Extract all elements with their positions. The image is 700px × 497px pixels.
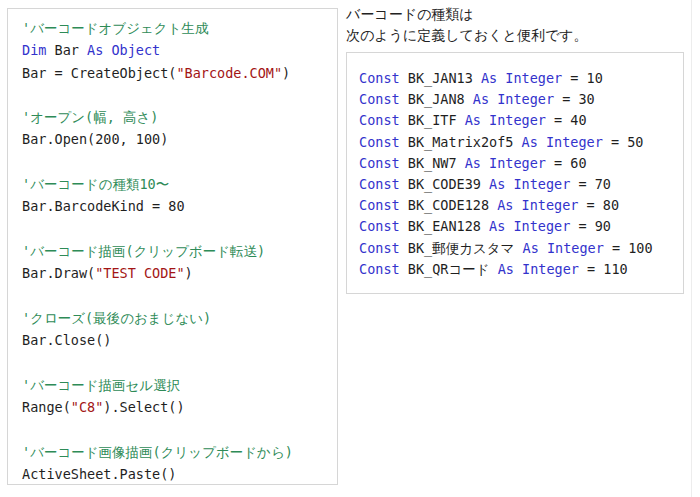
code-segment-code: Bar.BarcodeKind = 80 xyxy=(22,198,185,214)
code-segment-code: Bar = CreateObject( xyxy=(22,65,176,81)
intro-line-1: バーコードの種類は xyxy=(346,4,588,25)
code-segment-string: "Barcode.COM" xyxy=(176,65,282,81)
code-segment-code: BK_EAN128 xyxy=(400,218,489,234)
code-segment-code: BK_CODE128 xyxy=(400,197,498,213)
page-edge-divider xyxy=(691,0,692,497)
code-segment-code: Bar.Open(200, 100) xyxy=(22,131,168,147)
code-segment-code: Bar.Draw( xyxy=(22,265,95,281)
code-segment-keyword: As Integer xyxy=(498,261,579,277)
code-segment-keyword: Const xyxy=(359,197,400,213)
code-segment-code: ActiveSheet.Paste() xyxy=(22,466,176,482)
code-segment-code: = 40 xyxy=(546,112,587,128)
code-line: Const BK_JAN8 As Integer = 30 xyxy=(359,89,671,110)
page: 'バーコードオブジェクト生成Dim Bar As ObjectBar = Cre… xyxy=(0,0,700,497)
code-segment-comment: 'バーコード描画セル選択 xyxy=(22,377,180,393)
code-line: Const BK_QRコード As Integer = 110 xyxy=(359,259,671,280)
code-line: Bar.BarcodeKind = 80 xyxy=(22,195,323,217)
code-segment-keyword: Const xyxy=(359,218,400,234)
code-segment-comment: 'バーコードオブジェクト生成 xyxy=(22,20,208,36)
vba-code-panel: 'バーコードオブジェクト生成Dim Bar As ObjectBar = Cre… xyxy=(7,8,338,485)
code-line: Range("C8").Select() xyxy=(22,396,323,418)
code-segment-keyword: As Integer xyxy=(489,176,570,192)
code-segment-code: BK_JAN8 xyxy=(400,91,473,107)
code-line xyxy=(22,218,323,240)
code-line: Const BK_CODE128 As Integer = 80 xyxy=(359,195,671,216)
code-line: ActiveSheet.Paste() xyxy=(22,463,323,485)
code-line: Bar.Open(200, 100) xyxy=(22,128,323,150)
code-segment-code: Bar xyxy=(46,42,87,58)
code-line: Const BK_JAN13 As Integer = 10 xyxy=(359,68,671,89)
code-segment-keyword: Const xyxy=(359,112,400,128)
code-line: Const BK_NW7 As Integer = 60 xyxy=(359,153,671,174)
code-segment-keyword: As Integer xyxy=(489,218,570,234)
code-segment-code: = 60 xyxy=(546,155,587,171)
code-segment-code: = 80 xyxy=(578,197,619,213)
code-segment-keyword: As Integer xyxy=(481,70,562,86)
code-line: 'クローズ(最後のおまじない) xyxy=(22,307,323,329)
code-line: Bar.Close() xyxy=(22,329,323,351)
code-segment-keyword: Const xyxy=(359,155,400,171)
code-line: 'バーコードの種類10〜 xyxy=(22,173,323,195)
code-line: Const BK_郵便カスタマ As Integer = 100 xyxy=(359,238,671,259)
code-segment-code: = 100 xyxy=(604,240,653,256)
code-segment-code: ) xyxy=(185,265,193,281)
code-line: Const BK_Matrix2of5 As Integer = 50 xyxy=(359,132,671,153)
code-segment-code: = 90 xyxy=(570,218,611,234)
code-segment-keyword: Const xyxy=(359,91,400,107)
code-segment-code: = 110 xyxy=(579,261,628,277)
code-segment-code: BK_CODE39 xyxy=(400,176,489,192)
code-line xyxy=(22,351,323,373)
code-segment-keyword: As Integer xyxy=(473,91,554,107)
intro-text: バーコードの種類は 次のように定義しておくと便利です。 xyxy=(346,4,588,46)
intro-line-2: 次のように定義しておくと便利です。 xyxy=(346,25,588,46)
code-segment-keyword: As Integer xyxy=(523,240,604,256)
code-segment-keyword: As Integer xyxy=(465,155,546,171)
code-segment-keyword: Const xyxy=(359,176,400,192)
code-segment-keyword: Dim xyxy=(22,42,46,58)
code-segment-code: = 70 xyxy=(570,176,611,192)
code-segment-comment: 'バーコード画像描画(クリップボードから) xyxy=(22,444,293,460)
code-segment-code: BK_郵便カスタマ xyxy=(400,240,523,256)
code-line: Const BK_EAN128 As Integer = 90 xyxy=(359,216,671,237)
code-segment-keyword: Const xyxy=(359,70,400,86)
const-definitions-panel: Const BK_JAN13 As Integer = 10Const BK_J… xyxy=(346,52,684,294)
code-segment-keyword: Const xyxy=(359,261,400,277)
code-segment-code: = 10 xyxy=(562,70,603,86)
code-line: Dim Bar As Object xyxy=(22,39,323,61)
code-line xyxy=(22,418,323,440)
code-segment-code: ) xyxy=(282,65,290,81)
code-line xyxy=(22,84,323,106)
code-segment-string: "TEST CODE" xyxy=(95,265,184,281)
code-line: Bar.Draw("TEST CODE") xyxy=(22,262,323,284)
code-segment-string: "C8" xyxy=(71,399,104,415)
code-line: Const BK_CODE39 As Integer = 70 xyxy=(359,174,671,195)
code-segment-keyword: As Integer xyxy=(465,112,546,128)
code-segment-keyword: Const xyxy=(359,240,400,256)
code-segment-code: ).Select() xyxy=(103,399,184,415)
code-segment-keyword: As Integer xyxy=(522,134,603,150)
code-line: 'バーコード描画セル選択 xyxy=(22,374,323,396)
code-line: Const BK_ITF As Integer = 40 xyxy=(359,110,671,131)
code-segment-code: BK_ITF xyxy=(400,112,465,128)
code-segment-code: = 30 xyxy=(554,91,595,107)
code-segment-comment: 'バーコードの種類10〜 xyxy=(22,176,169,192)
code-line: 'バーコード描画(クリップボード転送) xyxy=(22,240,323,262)
code-line: Bar = CreateObject("Barcode.COM") xyxy=(22,62,323,84)
code-line xyxy=(22,151,323,173)
code-segment-keyword: As Integer xyxy=(497,197,578,213)
code-segment-comment: 'オープン(幅, 高さ) xyxy=(22,109,158,125)
code-segment-code: BK_QRコード xyxy=(400,261,498,277)
code-line: 'バーコード画像描画(クリップボードから) xyxy=(22,441,323,463)
code-line: 'オープン(幅, 高さ) xyxy=(22,106,323,128)
code-line xyxy=(22,285,323,307)
code-segment-code: Bar.Close() xyxy=(22,332,111,348)
code-segment-code: BK_NW7 xyxy=(400,155,465,171)
code-segment-comment: 'クローズ(最後のおまじない) xyxy=(22,310,211,326)
code-segment-code: BK_JAN13 xyxy=(400,70,481,86)
code-line: 'バーコードオブジェクト生成 xyxy=(22,17,323,39)
code-segment-code: = 50 xyxy=(603,134,644,150)
code-segment-code: Range( xyxy=(22,399,71,415)
code-segment-code: BK_Matrix2of5 xyxy=(400,134,522,150)
code-segment-comment: 'バーコード描画(クリップボード転送) xyxy=(22,243,265,259)
code-segment-keyword: Const xyxy=(359,134,400,150)
